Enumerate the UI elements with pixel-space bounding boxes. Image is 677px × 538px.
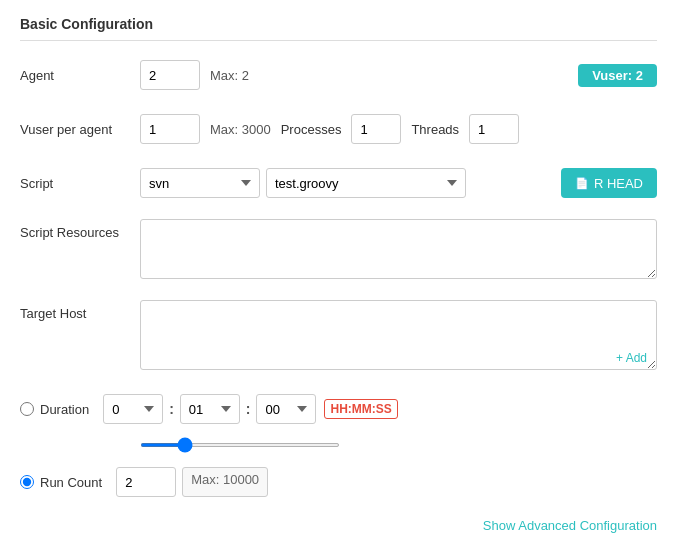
processes-label: Processes: [281, 122, 342, 137]
target-host-controls: + Add: [140, 300, 657, 373]
agent-row: Agent Max: 2 Vuser: 2: [20, 57, 657, 93]
agent-input[interactable]: [140, 60, 200, 90]
duration-slider[interactable]: [140, 443, 340, 447]
agent-controls: Max: 2: [140, 60, 578, 90]
threads-input[interactable]: [469, 114, 519, 144]
duration-controls: 0 1 2 3 : 00 01 02 05 10 15 30 : 00 05 1…: [103, 394, 398, 424]
show-advanced-link[interactable]: Show Advanced Configuration: [20, 518, 657, 533]
file-icon: 📄: [575, 177, 589, 190]
script-resources-label: Script Resources: [20, 219, 140, 240]
script-type-select[interactable]: svn: [140, 168, 260, 198]
target-host-label: Target Host: [20, 300, 140, 321]
target-host-container: + Add: [140, 300, 657, 373]
script-label: Script: [20, 176, 140, 191]
r-head-label: R HEAD: [594, 176, 643, 191]
script-row: Script svn test.groovy 📄 R HEAD: [20, 165, 657, 201]
run-count-radio[interactable]: [20, 475, 34, 489]
vuser-per-agent-controls: Max: 3000 Processes Threads: [140, 114, 657, 144]
run-count-wrapper: Run Count Max: 10000: [20, 467, 657, 497]
agent-max-label: Max: 2: [210, 68, 249, 83]
script-resources-controls: [140, 219, 657, 282]
target-host-textarea[interactable]: [140, 300, 657, 370]
script-resources-row: Script Resources: [20, 219, 657, 282]
duration-row: Duration 0 1 2 3 : 00 01 02 05 10 15 30 …: [20, 391, 657, 427]
duration-label: Duration: [40, 402, 89, 417]
section-title: Basic Configuration: [20, 16, 657, 41]
vuser-per-agent-row: Vuser per agent Max: 3000 Processes Thre…: [20, 111, 657, 147]
run-count-max-label: Max: 10000: [182, 467, 268, 497]
duration-seconds-select[interactable]: 00 05 10 15 30: [256, 394, 316, 424]
duration-radio[interactable]: [20, 402, 34, 416]
vuser-per-agent-label: Vuser per agent: [20, 122, 140, 137]
vuser-per-agent-input[interactable]: [140, 114, 200, 144]
r-head-button[interactable]: 📄 R HEAD: [561, 168, 657, 198]
duration-wrapper: Duration 0 1 2 3 : 00 01 02 05 10 15 30 …: [20, 394, 657, 424]
run-count-row: Run Count Max: 10000: [20, 464, 657, 500]
processes-input[interactable]: [351, 114, 401, 144]
run-count-label: Run Count: [40, 475, 102, 490]
duration-hours-select[interactable]: 0 1 2 3: [103, 394, 163, 424]
add-host-button[interactable]: + Add: [612, 349, 651, 367]
target-host-row: Target Host + Add: [20, 300, 657, 373]
hh-mm-ss-label: HH:MM:SS: [324, 399, 397, 419]
duration-slider-row: [20, 435, 657, 450]
threads-label: Threads: [411, 122, 459, 137]
script-resources-textarea[interactable]: [140, 219, 657, 279]
colon-1: :: [169, 401, 174, 417]
colon-2: :: [246, 401, 251, 417]
agent-label: Agent: [20, 68, 140, 83]
vuser-badge: Vuser: 2: [578, 64, 657, 87]
script-file-select[interactable]: test.groovy: [266, 168, 466, 198]
script-controls: svn test.groovy 📄 R HEAD: [140, 168, 657, 198]
run-count-input[interactable]: [116, 467, 176, 497]
duration-minutes-select[interactable]: 00 01 02 05 10 15 30: [180, 394, 240, 424]
vuser-max-label: Max: 3000: [210, 122, 271, 137]
